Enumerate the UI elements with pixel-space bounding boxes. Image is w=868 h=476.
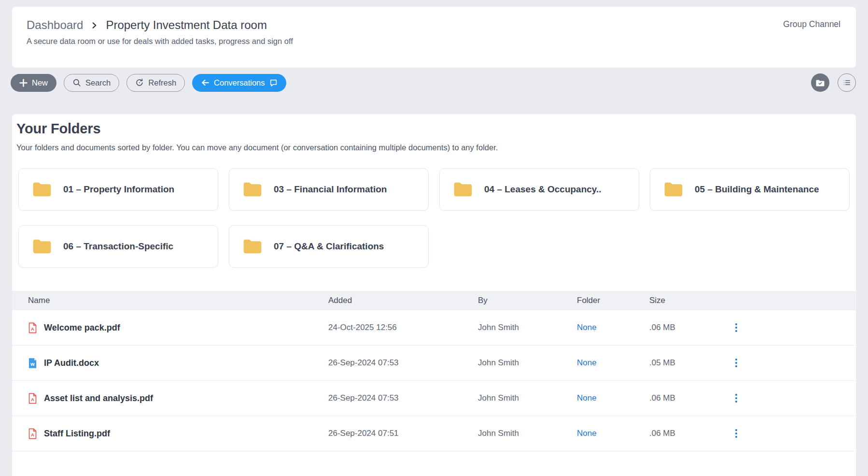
column-header-name: Name (12, 296, 328, 305)
folder-icon (32, 239, 52, 254)
by-cell: John Smith (478, 358, 577, 368)
table-body: A w Welcome pack.pdf 24-Oct-2025 12:56 J… (12, 310, 856, 451)
move-to-folder-button[interactable] (811, 73, 829, 92)
folders-panel: Your Folders Your folders and documents … (12, 114, 856, 476)
refresh-button-label: Refresh (148, 79, 176, 87)
folder-check-icon (815, 79, 825, 87)
size-cell: .05 MB (649, 358, 722, 368)
page-title: Property Investment Data room (106, 18, 266, 32)
group-channel-label: Group Channel (783, 19, 840, 29)
added-cell: 26-Sep-2024 07:53 (328, 358, 478, 368)
search-button-label: Search (85, 79, 111, 87)
by-cell: John Smith (478, 323, 577, 332)
conversations-button[interactable]: Conversations (192, 74, 286, 92)
folder-tile[interactable]: 04 – Leases & Occupancy.. (439, 168, 639, 211)
svg-text:w: w (30, 361, 35, 367)
page-header: Dashboard Property Investment Data room … (12, 7, 856, 68)
pdf-file-icon: A (28, 393, 37, 404)
folder-tile[interactable]: 07 – Q&A & Clarifications (229, 225, 429, 268)
added-cell: 26-Sep-2024 07:53 (328, 393, 478, 403)
folder-label: 05 – Building & Maintenance (695, 184, 819, 195)
size-cell: .06 MB (649, 393, 722, 403)
by-cell: John Smith (478, 429, 577, 438)
chevron-right-icon (91, 22, 98, 29)
svg-text:A: A (31, 397, 34, 402)
conversations-button-label: Conversations (214, 79, 265, 87)
word-file-icon: w (28, 358, 37, 369)
folder-label: 03 – Financial Information (274, 184, 387, 195)
folder-label: 06 – Transaction-Specific (63, 241, 173, 252)
page-subtitle: A secure data room or use for deals with… (27, 37, 841, 46)
folder-assign-link[interactable]: None (577, 393, 597, 403)
size-cell: .06 MB (649, 429, 722, 438)
section-description: Your folders and documents sorted by fol… (16, 143, 856, 152)
folder-icon (453, 182, 473, 197)
folder-assign-link[interactable]: None (577, 429, 597, 438)
folder-tile[interactable]: 03 – Financial Information (229, 168, 429, 211)
table-row: A w Welcome pack.pdf 24-Oct-2025 12:56 J… (12, 310, 856, 346)
folder-tile[interactable]: 06 – Transaction-Specific (18, 225, 218, 268)
row-menu-button[interactable] (730, 390, 742, 406)
column-header-added: Added (328, 296, 478, 305)
plus-icon (19, 79, 28, 87)
folder-icon (664, 182, 683, 197)
folder-assign-link[interactable]: None (577, 323, 597, 332)
svg-text:A: A (31, 326, 34, 332)
new-button[interactable]: New (11, 74, 56, 92)
search-button[interactable]: Search (64, 74, 119, 92)
table-row: A w Asset list and analysis.pdf 26-Sep-2… (12, 381, 856, 416)
added-cell: 24-Oct-2025 12:56 (328, 323, 478, 332)
refresh-button[interactable]: Refresh (126, 74, 185, 92)
row-menu-button[interactable] (730, 426, 742, 441)
list-icon (842, 78, 851, 87)
chat-icon (269, 79, 278, 87)
folder-tile[interactable]: 01 – Property Information (18, 168, 218, 211)
section-title: Your Folders (16, 121, 856, 137)
table-row: A w IP Audit.docx 26-Sep-2024 07:53 John… (12, 346, 856, 381)
column-header-by: By (478, 296, 577, 305)
folder-icon (243, 182, 262, 197)
added-cell: 26-Sep-2024 07:51 (328, 429, 478, 438)
folder-icon (32, 182, 52, 197)
documents-table: Name Added By Folder Size A w Welcome pa… (12, 291, 856, 451)
pdf-file-icon: A (28, 428, 37, 439)
folder-assign-link[interactable]: None (577, 358, 597, 367)
breadcrumb: Dashboard Property Investment Data room (27, 18, 841, 32)
file-name-link[interactable]: Welcome pack.pdf (44, 323, 120, 333)
folder-grid: 01 – Property Information 03 – Financial… (18, 168, 850, 268)
folder-label: 04 – Leases & Occupancy.. (484, 184, 602, 195)
size-cell: .06 MB (649, 323, 722, 332)
search-icon (72, 78, 81, 87)
new-button-label: New (32, 79, 48, 87)
folder-label: 07 – Q&A & Clarifications (274, 241, 384, 252)
row-menu-button[interactable] (730, 355, 742, 371)
folder-tile[interactable]: 05 – Building & Maintenance (650, 168, 850, 211)
table-row: A w Staff Listing.pdf 26-Sep-2024 07:51 … (12, 416, 856, 451)
column-header-folder: Folder (577, 296, 649, 305)
refresh-icon (135, 78, 144, 87)
toolbar: New Search Refresh Conversations (11, 73, 856, 92)
file-name-link[interactable]: IP Audit.docx (44, 358, 99, 368)
row-menu-button[interactable] (730, 320, 742, 335)
list-view-button[interactable] (838, 73, 856, 92)
arrow-left-icon (201, 78, 210, 87)
folder-label: 01 – Property Information (63, 184, 174, 195)
svg-text:A: A (31, 432, 34, 437)
folder-icon (243, 239, 262, 254)
file-name-link[interactable]: Staff Listing.pdf (44, 429, 110, 439)
by-cell: John Smith (478, 393, 577, 403)
column-header-size: Size (649, 296, 722, 305)
file-name-link[interactable]: Asset list and analysis.pdf (44, 393, 153, 404)
pdf-file-icon: A (28, 322, 37, 333)
table-header: Name Added By Folder Size (12, 291, 856, 310)
breadcrumb-dashboard-link[interactable]: Dashboard (27, 18, 83, 32)
